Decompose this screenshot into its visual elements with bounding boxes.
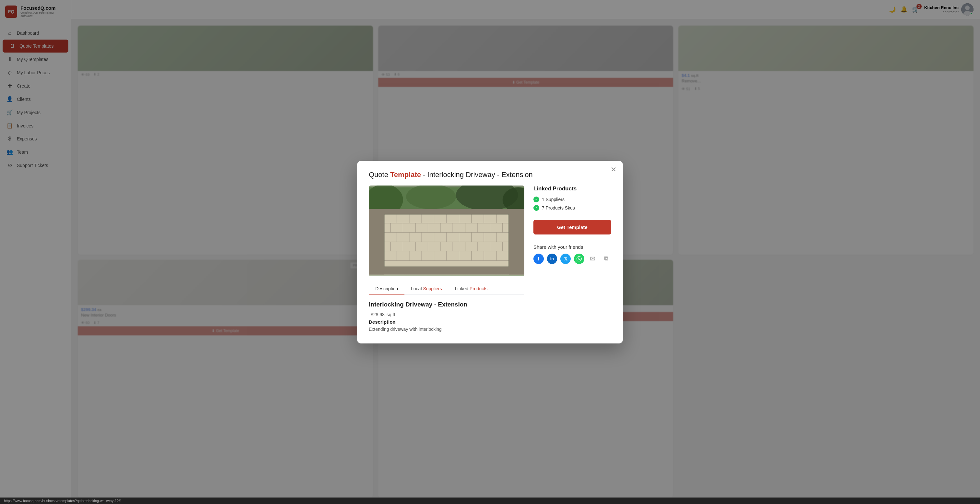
svg-rect-67 bbox=[384, 266, 509, 266]
svg-rect-66 bbox=[384, 214, 509, 215]
modal-close-button[interactable]: ✕ bbox=[611, 166, 616, 173]
check-icon: ✓ bbox=[533, 205, 539, 211]
share-icons: f in 𝕏 ✉ ⧉ bbox=[533, 254, 611, 264]
share-facebook-button[interactable]: f bbox=[533, 254, 544, 264]
description-title: Interlocking Driveway - Extension bbox=[369, 301, 524, 308]
description-price: $28.98sq.ft bbox=[369, 311, 524, 318]
linked-skus-item: ✓ 7 Products Skus bbox=[533, 205, 611, 211]
modal: ✕ Quote Template - Interlocking Driveway… bbox=[357, 161, 623, 343]
share-whatsapp-button[interactable] bbox=[574, 254, 584, 264]
modal-body: Description Local Suppliers Linked Produ… bbox=[369, 185, 611, 332]
svg-rect-11 bbox=[369, 209, 384, 274]
share-title: Share with your friends bbox=[533, 244, 611, 250]
linked-products-title: Linked Products bbox=[533, 185, 611, 192]
description-text: Extending driveway with interlocking bbox=[369, 327, 524, 332]
modal-tabs: Description Local Suppliers Linked Produ… bbox=[369, 283, 524, 295]
tab-description[interactable]: Description bbox=[369, 283, 404, 295]
check-icon: ✓ bbox=[533, 196, 539, 203]
modal-title: Quote Template - Interlocking Driveway -… bbox=[369, 171, 611, 179]
status-bar: https://www.focusq.com/business/qtemplat… bbox=[0, 498, 980, 504]
share-email-button[interactable]: ✉ bbox=[587, 254, 598, 264]
get-template-button[interactable]: Get Template bbox=[533, 220, 611, 234]
svg-rect-10 bbox=[369, 266, 524, 274]
status-url: https://www.focusq.com/business/qtemplat… bbox=[4, 499, 121, 503]
tab-local-suppliers[interactable]: Local Suppliers bbox=[404, 283, 449, 295]
modal-right: Linked Products ✓ 1 Suppliers ✓ 7 Produc… bbox=[533, 185, 611, 332]
svg-rect-69 bbox=[508, 214, 509, 266]
svg-rect-12 bbox=[509, 209, 524, 274]
tab-linked-products[interactable]: Linked Products bbox=[449, 283, 494, 295]
linked-suppliers-item: ✓ 1 Suppliers bbox=[533, 196, 611, 203]
share-twitter-button[interactable]: 𝕏 bbox=[560, 254, 571, 264]
modal-left: Description Local Suppliers Linked Produ… bbox=[369, 185, 524, 332]
share-linkedin-button[interactable]: in bbox=[547, 254, 557, 264]
svg-rect-68 bbox=[384, 214, 385, 266]
description-label: Description bbox=[369, 319, 524, 325]
share-section: Share with your friends f in 𝕏 ✉ ⧉ bbox=[533, 244, 611, 264]
template-image bbox=[369, 185, 524, 276]
share-copy-button[interactable]: ⧉ bbox=[601, 254, 611, 264]
svg-rect-9 bbox=[369, 209, 524, 214]
driveway-pattern-svg bbox=[369, 185, 524, 276]
modal-overlay[interactable]: ✕ Quote Template - Interlocking Driveway… bbox=[0, 0, 980, 504]
